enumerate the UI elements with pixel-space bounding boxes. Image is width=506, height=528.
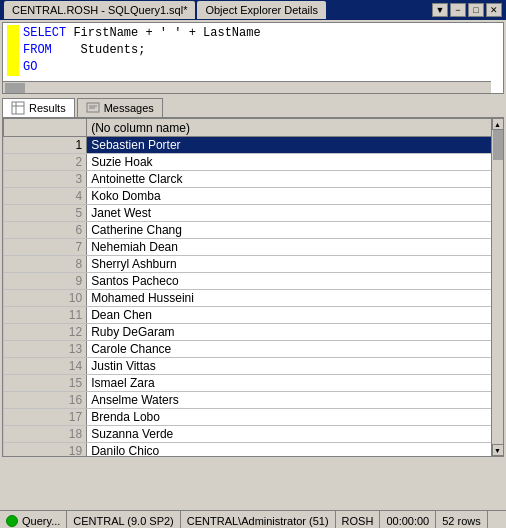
sql-gutter xyxy=(7,25,19,42)
main-content: SELECT FirstName + ' ' + LastName FROM S… xyxy=(0,22,506,528)
table-row[interactable]: 19Danilo Chico xyxy=(4,443,503,458)
row-number: 9 xyxy=(4,273,87,290)
tab-messages[interactable]: Messages xyxy=(77,98,163,117)
row-number: 6 xyxy=(4,222,87,239)
row-value: Santos Pacheco xyxy=(87,273,503,290)
row-value: Sebastien Porter xyxy=(87,137,503,154)
table-row[interactable]: 17Brenda Lobo xyxy=(4,409,503,426)
row-number: 10 xyxy=(4,290,87,307)
sql-line-2: FROM Students; xyxy=(7,42,499,59)
pin-button[interactable]: ▼ xyxy=(432,3,448,17)
sql-editor[interactable]: SELECT FirstName + ' ' + LastName FROM S… xyxy=(2,22,504,94)
maximize-button[interactable]: □ xyxy=(468,3,484,17)
sql-line-1: SELECT FirstName + ' ' + LastName xyxy=(7,25,499,42)
table-row[interactable]: 3Antoinette Clarck xyxy=(4,171,503,188)
result-tabs: Results Messages xyxy=(0,96,506,117)
row-number: 2 xyxy=(4,154,87,171)
row-number: 1 xyxy=(4,137,87,154)
row-value: Dean Chen xyxy=(87,307,503,324)
table-row[interactable]: 15Ismael Zara xyxy=(4,375,503,392)
row-number: 17 xyxy=(4,409,87,426)
status-query: Query... xyxy=(0,511,67,528)
row-number: 16 xyxy=(4,392,87,409)
row-value: Sherryl Ashburn xyxy=(87,256,503,273)
svg-rect-0 xyxy=(12,102,24,114)
row-value: Mohamed Husseini xyxy=(87,290,503,307)
status-time: 00:00:00 xyxy=(380,511,436,528)
status-bar: Query... CENTRAL (9.0 SP2) CENTRAL\Admin… xyxy=(0,510,506,528)
vertical-scrollbar[interactable]: ▲ ▼ xyxy=(491,118,503,456)
table-row[interactable]: 9Santos Pacheco xyxy=(4,273,503,290)
messages-icon xyxy=(86,101,100,115)
column-header: (No column name) xyxy=(87,119,503,137)
status-indicator xyxy=(6,515,18,527)
table-row[interactable]: 5Janet West xyxy=(4,205,503,222)
row-number: 13 xyxy=(4,341,87,358)
table-row[interactable]: 2Suzie Hoak xyxy=(4,154,503,171)
row-number: 15 xyxy=(4,375,87,392)
tab-object-explorer[interactable]: Object Explorer Details xyxy=(197,1,326,19)
title-bar-tabs: CENTRAL.ROSH - SQLQuery1.sql* Object Exp… xyxy=(4,1,326,19)
row-value: Danilo Chico xyxy=(87,443,503,458)
status-server: CENTRAL (9.0 SP2) xyxy=(67,511,180,528)
row-value: Suzie Hoak xyxy=(87,154,503,171)
scroll-thumb xyxy=(493,130,503,160)
table-row[interactable]: 8Sherryl Ashburn xyxy=(4,256,503,273)
row-value: Nehemiah Dean xyxy=(87,239,503,256)
status-user: CENTRAL\Administrator (51) xyxy=(181,511,336,528)
title-bar-left: CENTRAL.ROSH - SQLQuery1.sql* Object Exp… xyxy=(4,1,326,19)
row-value: Janet West xyxy=(87,205,503,222)
results-icon xyxy=(11,101,25,115)
row-number: 3 xyxy=(4,171,87,188)
table-row[interactable]: 12Ruby DeGaram xyxy=(4,324,503,341)
close-button[interactable]: ✕ xyxy=(486,3,502,17)
table-row[interactable]: 1Sebastien Porter xyxy=(4,137,503,154)
table-row[interactable]: 7Nehemiah Dean xyxy=(4,239,503,256)
row-value: Ismael Zara xyxy=(87,375,503,392)
title-bar-controls: ▼ − □ ✕ xyxy=(432,3,502,17)
table-row[interactable]: 6Catherine Chang xyxy=(4,222,503,239)
row-value: Catherine Chang xyxy=(87,222,503,239)
row-value: Antoinette Clarck xyxy=(87,171,503,188)
row-number: 8 xyxy=(4,256,87,273)
sql-line-3: GO xyxy=(7,59,499,76)
table-row[interactable]: 11Dean Chen xyxy=(4,307,503,324)
scroll-down-button[interactable]: ▼ xyxy=(492,444,504,456)
tab-sqlquery[interactable]: CENTRAL.ROSH - SQLQuery1.sql* xyxy=(4,1,195,19)
row-value: Suzanna Verde xyxy=(87,426,503,443)
sql-gutter-3 xyxy=(7,59,19,76)
table-header-row: (No column name) xyxy=(4,119,503,137)
row-value: Koko Domba xyxy=(87,188,503,205)
row-number: 11 xyxy=(4,307,87,324)
table-row[interactable]: 13Carole Chance xyxy=(4,341,503,358)
row-value: Carole Chance xyxy=(87,341,503,358)
row-number: 14 xyxy=(4,358,87,375)
status-rows: 52 rows xyxy=(436,511,488,528)
scroll-track xyxy=(492,130,504,444)
row-value: Anselme Waters xyxy=(87,392,503,409)
row-number: 19 xyxy=(4,443,87,458)
title-bar: CENTRAL.ROSH - SQLQuery1.sql* Object Exp… xyxy=(0,0,506,20)
results-table: (No column name) 1Sebastien Porter2Suzie… xyxy=(3,118,503,457)
row-number: 7 xyxy=(4,239,87,256)
tab-results[interactable]: Results xyxy=(2,98,75,117)
horizontal-scrollbar[interactable] xyxy=(3,81,491,93)
scroll-up-button[interactable]: ▲ xyxy=(492,118,504,130)
table-row[interactable]: 18Suzanna Verde xyxy=(4,426,503,443)
row-number: 4 xyxy=(4,188,87,205)
sql-gutter-2 xyxy=(7,42,19,59)
status-db: ROSH xyxy=(336,511,381,528)
row-value: Brenda Lobo xyxy=(87,409,503,426)
table-row[interactable]: 14Justin Vittas xyxy=(4,358,503,375)
table-row[interactable]: 4Koko Domba xyxy=(4,188,503,205)
minimize-button[interactable]: − xyxy=(450,3,466,17)
row-number: 18 xyxy=(4,426,87,443)
results-container: (No column name) 1Sebastien Porter2Suzie… xyxy=(2,117,504,457)
row-value: Justin Vittas xyxy=(87,358,503,375)
h-scroll-thumb xyxy=(5,83,25,93)
row-value: Ruby DeGaram xyxy=(87,324,503,341)
row-num-header xyxy=(4,119,87,137)
row-number: 5 xyxy=(4,205,87,222)
table-row[interactable]: 10Mohamed Husseini xyxy=(4,290,503,307)
table-row[interactable]: 16Anselme Waters xyxy=(4,392,503,409)
